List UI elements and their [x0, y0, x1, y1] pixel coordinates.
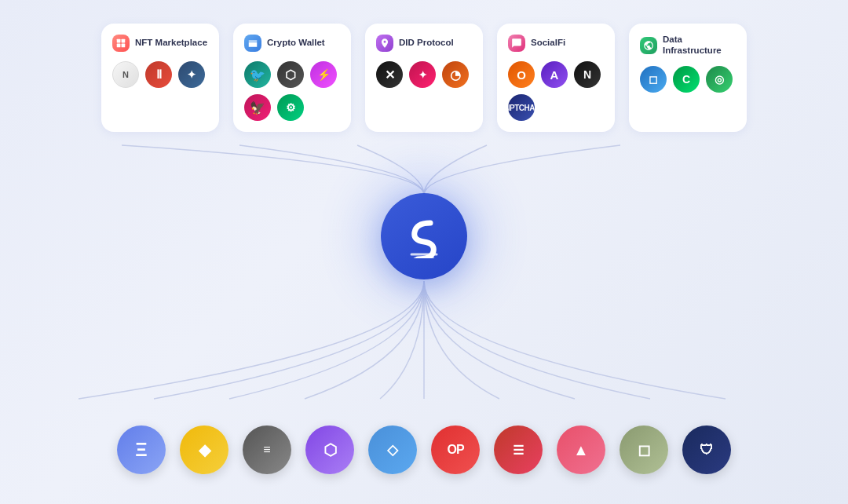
scene: NFT Marketplace N Ⅱ ✦ Crypto Wallet 🐦 ⬡ — [0, 0, 848, 504]
svg-rect-3 — [122, 44, 126, 48]
chain-egld: ◻ — [620, 425, 668, 474]
card-nft-header: NFT Marketplace — [112, 35, 208, 52]
card-social-logos: O A N NPTCHAT — [508, 61, 604, 121]
card-social: SocialFi O A N NPTCHAT — [497, 24, 615, 132]
hub-logo — [400, 215, 448, 258]
svg-rect-2 — [117, 44, 121, 48]
chain-crpt: 🛡 — [682, 425, 731, 474]
chain-bnb: ◆ — [180, 425, 228, 474]
central-hub — [381, 193, 467, 279]
chain-algo: ▲ — [557, 425, 605, 474]
chain-eth: Ξ — [117, 425, 166, 474]
chain-matic: ⬡ — [305, 425, 354, 474]
wallet-logo-4: 🦅 — [244, 94, 271, 121]
card-social-title: SocialFi — [531, 38, 565, 49]
data-logo-2: C — [673, 66, 700, 93]
social-logo-1: O — [508, 61, 535, 88]
card-did-title: DID Protocol — [399, 38, 454, 49]
card-did-header: DID Protocol — [376, 35, 472, 52]
did-logo-3: ◔ — [442, 61, 469, 88]
card-nft: NFT Marketplace N Ⅱ ✦ — [101, 24, 219, 132]
cards-row: NFT Marketplace N Ⅱ ✦ Crypto Wallet 🐦 ⬡ — [0, 24, 848, 132]
svg-rect-1 — [122, 39, 126, 43]
card-nft-logos: N Ⅱ ✦ — [112, 61, 208, 88]
data-logo-1: ◻ — [640, 66, 667, 93]
card-data: Data Infrastructure ◻ C ◎ — [629, 24, 747, 132]
social-logo-2: A — [541, 61, 568, 88]
social-logo-3: N — [574, 61, 601, 88]
wallet-logo-5: ⚙ — [277, 94, 304, 121]
chain-imx: ◇ — [368, 425, 417, 474]
wallet-logo-1: 🐦 — [244, 61, 271, 88]
card-nft-title: NFT Marketplace — [135, 38, 207, 49]
nft-logo-3: ✦ — [178, 61, 205, 88]
card-wallet: Crypto Wallet 🐦 ⬡ ⚡ 🦅 ⚙ — [233, 24, 351, 132]
card-wallet-title: Crypto Wallet — [267, 38, 325, 49]
card-data-header: Data Infrastructure — [640, 35, 736, 57]
nft-logo-1: N — [112, 61, 139, 88]
did-icon — [376, 35, 393, 52]
social-icon — [508, 35, 525, 52]
card-data-title: Data Infrastructure — [663, 35, 736, 57]
nft-logo-2: Ⅱ — [145, 61, 172, 88]
card-social-header: SocialFi — [508, 35, 604, 52]
card-data-logos: ◻ C ◎ — [640, 66, 736, 93]
data-logo-3: ◎ — [706, 66, 733, 93]
wallet-logo-3: ⚡ — [310, 61, 337, 88]
data-icon — [640, 37, 657, 54]
wallet-icon — [244, 35, 261, 52]
card-did-logos: ✕ ✦ ◔ — [376, 61, 472, 88]
card-wallet-logos: 🐦 ⬡ ⚡ 🦅 ⚙ — [244, 61, 340, 121]
did-logo-1: ✕ — [376, 61, 403, 88]
chain-xlm: ☰ — [494, 425, 543, 474]
chain-op: OP — [431, 425, 480, 474]
chain-str: ≡ — [243, 425, 291, 474]
social-logo-4: NPTCHAT — [508, 94, 535, 121]
did-logo-2: ✦ — [409, 61, 436, 88]
chains-row: Ξ ◆ ≡ ⬡ ◇ OP ☰ ▲ ◻ 🛡 — [0, 425, 848, 474]
card-wallet-header: Crypto Wallet — [244, 35, 340, 52]
svg-rect-0 — [117, 39, 121, 43]
wallet-logo-2: ⬡ — [277, 61, 304, 88]
nft-icon — [112, 35, 130, 52]
card-did: DID Protocol ✕ ✦ ◔ — [365, 24, 483, 132]
